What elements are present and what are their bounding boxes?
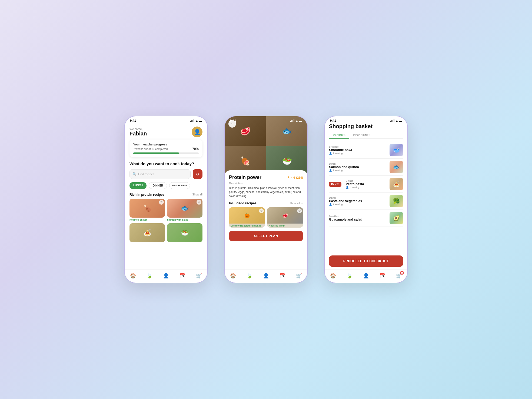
basket-name-0: Smoothie bowl (329, 148, 387, 152)
recipe-item-0[interactable]: 🍗 ♡ Roasted chiken (129, 199, 165, 221)
basket-meal-0: Breakfast (329, 145, 387, 148)
tag-dinner[interactable]: DINNER (149, 182, 167, 189)
basket-item-info-2: Dinner Pesto pasta 👤 1 serving (344, 179, 387, 189)
nav-calendar-2[interactable]: 📅 (279, 272, 286, 279)
basket-item-0: Breakfast Smoothie bowl 👤 1 serving 🥣 (329, 142, 403, 159)
basket-item-info-4: Breakfast Guacamole and salad (329, 215, 387, 221)
recipe-detail-card: Protein power ★ 4.6 (219) Description Ri… (225, 170, 307, 270)
recipe-card-0[interactable]: 🍗 ♡ (129, 199, 165, 218)
recipe-item-2[interactable]: 🍝 (129, 223, 165, 242)
nav-calendar-3[interactable]: 📅 (379, 272, 386, 279)
show-all-included[interactable]: Show all → (290, 202, 303, 205)
included-recipes-grid: 🎃 ♡ Creamy Roasted Pumpkin soup 🥩 ♡ Roas… (229, 207, 303, 228)
signal-icon-2 (290, 119, 294, 122)
heart-btn-1[interactable]: ♡ (197, 200, 201, 205)
nav-calendar-1[interactable]: 📅 (179, 272, 186, 279)
thumb-img-4: 🥑 (390, 212, 403, 224)
status-time-3: 9:41 (330, 119, 336, 122)
included-title: Includedd recipes (229, 201, 257, 205)
person-icon-0: 👤 (329, 152, 332, 155)
nav-leaf-3[interactable]: 🍃 (346, 272, 353, 279)
status-icons-3: ▲ ▬ (390, 119, 402, 122)
nav-leaf-1[interactable]: 🍃 (146, 272, 153, 279)
nav-home-2[interactable]: 🏠 (230, 272, 236, 279)
recipes-grid: 🍗 ♡ Roasted chiken 🐟 ♡ Salmon with salad… (129, 199, 202, 242)
heart-included-1[interactable]: ♡ (297, 208, 302, 213)
basket-name-2: Pesto pasta (346, 182, 387, 186)
nav-person-2[interactable]: 👤 (263, 272, 269, 279)
section-header: Rich in protein recipes Show all (129, 193, 202, 197)
recipe-card-3[interactable]: 🥗 (167, 223, 202, 242)
nav-person-3[interactable]: 👤 (363, 272, 369, 279)
included-name-0: Creamy Roasted Pumpkin soup (229, 224, 265, 228)
thumb-img-2: 🍝 (390, 178, 403, 190)
wifi-icon: ▲ (195, 119, 198, 122)
recipe-title-row: Protein power ★ 4.6 (219) (229, 175, 303, 180)
bottom-nav-1: 🏠 🍃 👤 📅 🛒 (125, 270, 207, 283)
basket-thumb-0: 🥣 (390, 144, 403, 156)
tag-lunch[interactable]: LUNCH (129, 182, 147, 189)
status-time-2: 9:41 (230, 119, 236, 122)
delete-button[interactable]: Delete (329, 182, 341, 187)
tab-recipies[interactable]: RECIPIES (329, 132, 349, 139)
show-all-button[interactable]: Show all (192, 193, 202, 196)
recipe-name-1: Salmon with salad (167, 218, 202, 221)
nav-home-1[interactable]: 🏠 (130, 272, 136, 279)
basket-thumb-3: 🥦 (390, 195, 403, 207)
description-text: Rich in protein. This meal plan allows a… (229, 186, 303, 198)
select-plan-button[interactable]: SELECT PLAN (229, 231, 303, 241)
search-input-wrap[interactable]: 🔍 Find recipes (129, 169, 191, 179)
recipe-detail-content: 🥩 🐟 🍖 🥗 ← Protein power ★ 4.6 (219) Desc… (225, 116, 307, 270)
basket-list: Breakfast Smoothie bowl 👤 1 serving 🥣 (329, 142, 403, 253)
basket-serving-1: 👤 1 serving (329, 169, 387, 172)
basket-body: Shopping basket RECIPIES INGRIDIENTS Bre… (325, 123, 407, 270)
user-avatar[interactable]: 👤 (192, 127, 202, 137)
section-title: Rich in protein recipes (129, 193, 164, 197)
recipe-item-3[interactable]: 🥗 (167, 223, 202, 242)
filter-button[interactable]: ⚙ (193, 169, 202, 179)
included-card-1[interactable]: 🥩 ♡ Roasted lamb (267, 207, 303, 228)
progress-title: Your mealplan progress (133, 143, 199, 146)
basket-meal-2: Dinner (346, 179, 387, 182)
tag-breakfast[interactable]: BREAKFAST (169, 182, 190, 189)
basket-meal-4: Breakfast (329, 215, 387, 218)
basket-item-1: Lunch Salmon and quinoa 👤 1 serving 🐟 (329, 159, 403, 176)
recipe-item-1[interactable]: 🐟 ♡ Salmon with salad (167, 199, 202, 221)
user-name: Fabian (129, 131, 147, 137)
status-bar-3: 9:41 ▲ ▬ (325, 116, 407, 123)
nav-leaf-2[interactable]: 🍃 (246, 272, 253, 279)
basket-name-3: Pasta and vegetables (329, 199, 387, 203)
tab-ingridients[interactable]: INGRIDIENTS (349, 132, 374, 139)
person-icon-1: 👤 (329, 169, 332, 172)
nav-cart-2[interactable]: 🛒 (296, 272, 302, 279)
recipe-card-1[interactable]: 🐟 ♡ (167, 199, 202, 218)
recipe-card-2[interactable]: 🍝 (129, 223, 165, 242)
heart-btn-0[interactable]: ♡ (159, 200, 164, 205)
progress-pct: 70% (192, 147, 199, 151)
included-card-0[interactable]: 🎃 ♡ Creamy Roasted Pumpkin soup (229, 207, 265, 228)
thumb-img-0: 🥣 (390, 144, 403, 156)
nav-home-3[interactable]: 🏠 (330, 272, 336, 279)
star-icon: ★ (287, 176, 290, 179)
battery-icon: ▬ (199, 119, 202, 122)
heart-included-0[interactable]: ♡ (259, 208, 264, 213)
nav-cart-1[interactable]: 🛒 (196, 272, 202, 279)
rating-value: 4.6 (291, 176, 295, 179)
wifi-icon-2: ▲ (295, 119, 298, 122)
nav-cart-3[interactable]: 🛒 15 (396, 272, 402, 279)
rating-count: (219) (296, 176, 303, 179)
nav-person-1[interactable]: 👤 (163, 272, 169, 279)
basket-item-2: Delete Dinner Pesto pasta 👤 1 serving 🍝 (329, 176, 403, 193)
checkout-button[interactable]: PRPOCEED TO CHECKOUT (329, 255, 403, 267)
recipe-hero: 🥩 🐟 🍖 🥗 ← (225, 116, 307, 176)
search-placeholder: Find recipes (138, 172, 154, 176)
bottom-nav-3: 🏠 🍃 👤 📅 🛒 15 (325, 270, 407, 283)
recipe-name-0: Roasted chiken (129, 218, 165, 221)
basket-thumb-2: 🍝 (390, 178, 403, 190)
basket-serving-3: 👤 1 serving (329, 203, 387, 206)
battery-icon-3: ▬ (399, 119, 402, 122)
basket-item-info-3: Dinner Pasta and vegetables 👤 1 serving (329, 197, 387, 206)
progress-bar-bg (133, 152, 199, 154)
basket-item-4: Breakfast Guacamole and salad 🥑 (329, 210, 403, 227)
basket-serving-0: 👤 1 serving (329, 152, 387, 155)
